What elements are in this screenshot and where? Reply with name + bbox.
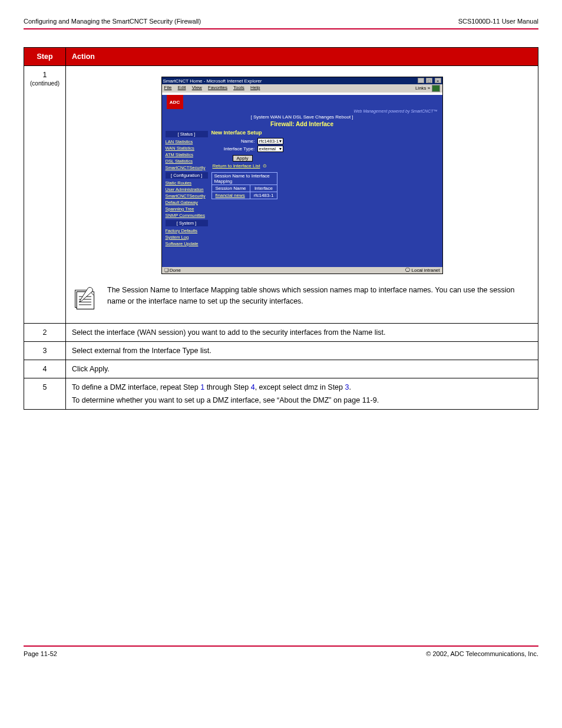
sidebar-section-config: [ Configuration ] <box>166 172 208 179</box>
xref-link[interactable]: 4 <box>251 383 255 391</box>
step-number: 2 <box>24 324 66 342</box>
iftype-select[interactable]: external▾ <box>257 146 283 152</box>
sidebar-item-dslstats[interactable]: DSL Statistics <box>166 158 208 164</box>
footer-right: © 2002, ADC Telecommunications, Inc. <box>426 650 538 657</box>
menu-view[interactable]: View <box>192 85 202 90</box>
step-number: 3 <box>24 342 66 360</box>
col-action: Action <box>66 48 538 66</box>
mapping-session[interactable]: financial news <box>211 192 250 199</box>
go-icon[interactable] <box>432 85 440 92</box>
step-action: Click Apply. <box>66 360 538 378</box>
footer-left: Page 11-52 <box>24 650 57 657</box>
procedure-table: Step Action 1 (continued) SmartCNCT Home… <box>24 47 538 410</box>
step-action: SmartCNCT Home - Microsoft Internet Expl… <box>66 66 538 324</box>
row-iftype: Interface Type: external▾ <box>211 146 439 152</box>
links-label: Links <box>415 85 427 91</box>
sidebar-item-security2[interactable]: SmartCNCTSecurity <box>166 193 208 199</box>
status-done: Done <box>170 268 181 273</box>
minimize-icon[interactable]: _ <box>418 78 424 83</box>
sidebar-item-factory[interactable]: Factory Defaults <box>166 228 208 234</box>
table-row: 5 To define a DMZ interface, repeat Step… <box>24 378 538 410</box>
page-body: Step Action 1 (continued) SmartCNCT Home… <box>0 29 562 410</box>
sidebar-item-syslog[interactable]: System Log <box>166 234 208 241</box>
mapping-caption: Session Name to Interface Mapping <box>211 172 278 185</box>
header-left: Configuring and Managing the SmartCNCT S… <box>24 18 201 25</box>
sidebar-section-status: [ Status ] <box>166 131 208 137</box>
close-icon[interactable]: × <box>435 78 441 83</box>
sidebar-item-atmstats[interactable]: ATM Statistics <box>166 151 208 158</box>
sidebar-section-system: [ System ] <box>166 220 208 226</box>
table-header-row: Step Action <box>24 48 538 66</box>
window-title: SmartCNCT Home - Microsoft Internet Expl… <box>163 78 262 84</box>
menu-file[interactable]: File <box>164 85 172 90</box>
page-content: ADC Web Management powered by SmartCNCT™… <box>162 95 442 267</box>
row-name: Name: rfc1483-1▾ <box>211 138 439 144</box>
sidebar-item-defgw[interactable]: Default Gateway <box>166 199 208 206</box>
sidebar-item-staticroutes[interactable]: Static Routes <box>166 180 208 186</box>
panel-heading: New Interface Setup <box>211 130 439 136</box>
page-footer: Page 11-52 © 2002, ADC Telecommunication… <box>24 645 538 675</box>
tagline: Web Management powered by SmartCNCT™ <box>162 109 442 113</box>
header-right: SCS1000D-11 User Manual <box>458 18 538 25</box>
mapping-table: Session Name to Interface Mapping Sessio… <box>211 172 278 199</box>
window-controls: _ □ × <box>417 78 441 84</box>
table-row: financial news rfc1483-1 <box>211 192 277 199</box>
adc-logo: ADC <box>167 95 183 109</box>
top-nav[interactable]: [ System WAN LAN DSL Save Changes Reboot… <box>162 114 442 120</box>
apply-button[interactable]: Apply <box>233 155 253 162</box>
sidebar-item-spanning[interactable]: Spanning Tree <box>166 206 208 212</box>
col-step: Step <box>24 48 66 66</box>
menu-tools[interactable]: Tools <box>233 85 244 90</box>
return-link[interactable]: Return to Interface List <box>213 163 260 169</box>
step-action: To define a DMZ interface, repeat Step 1… <box>66 378 538 410</box>
sidebar-item-useradmin[interactable]: User Administration <box>166 186 208 193</box>
window-titlebar: SmartCNCT Home - Microsoft Internet Expl… <box>162 77 442 84</box>
menu-favorites[interactable]: Favorites <box>208 85 227 90</box>
step-action: Select external from the Interface Type … <box>66 342 538 360</box>
browser-menubar: File Edit View Favorites Tools Help Link… <box>162 84 442 93</box>
mapping-h2: Interface <box>250 185 277 192</box>
chevron-down-icon: ▾ <box>279 146 282 151</box>
note-text: The Session Name to Interface Mapping ta… <box>107 285 532 307</box>
step-number: 1 (continued) <box>24 66 66 324</box>
mapping-h1: Session Name <box>211 185 250 192</box>
note-block: The Session Name to Interface Mapping ta… <box>72 285 532 312</box>
table-row: 2 Select the interface (WAN session) you… <box>24 324 538 342</box>
table-row: 1 (continued) SmartCNCT Home - Microsoft… <box>24 66 538 324</box>
name-select[interactable]: rfc1483-1▾ <box>257 138 283 144</box>
table-row: 3 Select external from the Interface Typ… <box>24 342 538 360</box>
menu-edit[interactable]: Edit <box>178 85 186 90</box>
maximize-icon[interactable]: □ <box>426 78 432 83</box>
sidebar-item-lanstats[interactable]: LAN Statistics <box>166 139 208 145</box>
sidebar-item-snmp[interactable]: SNMP Communities <box>166 212 208 219</box>
sidebar-item-security1[interactable]: SmartCNCTSecurity <box>166 164 208 171</box>
mapping-interface: rfc1483-1 <box>250 192 277 199</box>
browser-screenshot: SmartCNCT Home - Microsoft Internet Expl… <box>161 77 443 274</box>
step-action: Select the interface (WAN session) you w… <box>66 324 538 342</box>
page-title: Firewall: Add Interface <box>162 121 442 127</box>
browser-statusbar: ❏ Done 🖵 Local intranet <box>162 267 442 274</box>
step-number: 5 <box>24 378 66 410</box>
menu-help[interactable]: Help <box>250 85 260 90</box>
note-icon <box>72 285 100 312</box>
step-number: 4 <box>24 360 66 378</box>
zone-icon: 🖵 <box>405 268 410 273</box>
iftype-label: Interface Type: <box>211 146 257 151</box>
status-zone: Local intranet <box>411 268 439 273</box>
sidebar-item-swupdate[interactable]: Software Update <box>166 241 208 247</box>
main-panel: New Interface Setup Name: rfc1483-1▾ I <box>211 130 439 247</box>
chevron-down-icon: ▾ <box>279 139 282 144</box>
sidebar: [ Status ] LAN Statistics WAN Statistics… <box>166 130 208 247</box>
done-icon: ❏ <box>164 268 168 273</box>
page-header: Configuring and Managing the SmartCNCT S… <box>24 0 538 29</box>
table-row: 4 Click Apply. <box>24 360 538 378</box>
name-label: Name: <box>211 139 257 144</box>
sidebar-item-wanstats[interactable]: WAN Statistics <box>166 145 208 151</box>
